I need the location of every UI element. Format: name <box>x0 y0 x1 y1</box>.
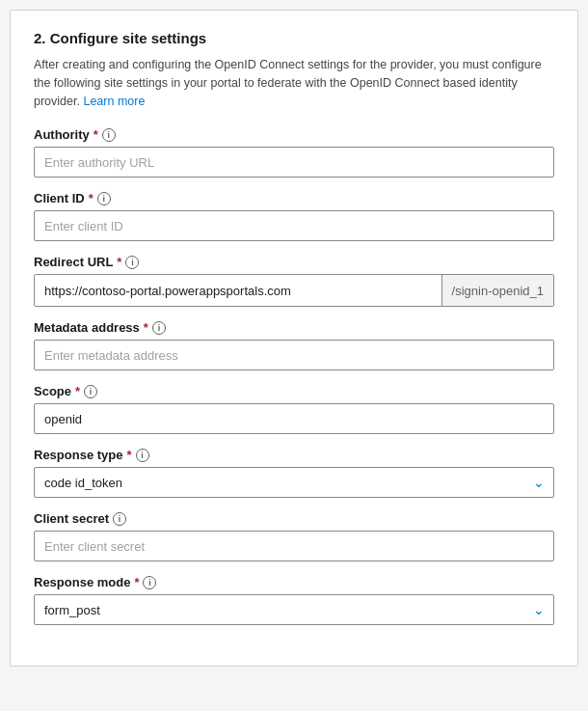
response-type-dropdown-container: code id_token code id_token token ⌄ <box>34 467 554 498</box>
client-secret-field-group: Client secret i <box>34 511 554 561</box>
authority-label: Authority * i <box>34 127 554 142</box>
redirect-url-field-group: Redirect URL * i /signin-openid_1 <box>34 255 554 307</box>
authority-required-star: * <box>94 127 98 142</box>
response-type-label: Response type * i <box>34 448 554 462</box>
redirect-url-main-input[interactable] <box>35 275 441 306</box>
response-type-select[interactable]: code id_token code id_token token <box>34 467 554 498</box>
client-secret-label: Client secret i <box>34 511 554 526</box>
response-mode-required-star: * <box>134 575 139 589</box>
scope-label: Scope * i <box>34 384 554 398</box>
client-id-input[interactable] <box>34 210 554 241</box>
section-title: 2. Configure site settings <box>34 30 554 46</box>
authority-field-group: Authority * i <box>34 127 554 178</box>
response-type-field-group: Response type * i code id_token code id_… <box>34 448 554 498</box>
client-id-info-icon[interactable]: i <box>97 192 111 205</box>
metadata-address-field-group: Metadata address * i <box>34 320 554 370</box>
learn-more-link[interactable]: Learn more <box>83 95 145 108</box>
client-id-required-star: * <box>89 191 94 205</box>
scope-input[interactable] <box>34 403 554 434</box>
metadata-address-info-icon[interactable]: i <box>152 321 166 335</box>
authority-info-icon[interactable]: i <box>102 128 116 142</box>
response-mode-select[interactable]: form_post query fragment <box>34 594 554 625</box>
metadata-address-input[interactable] <box>34 340 554 370</box>
response-type-info-icon[interactable]: i <box>136 449 149 462</box>
authority-input[interactable] <box>34 147 554 178</box>
client-id-field-group: Client ID * i <box>34 191 554 241</box>
response-mode-info-icon[interactable]: i <box>143 576 156 589</box>
client-id-label: Client ID * i <box>34 191 554 205</box>
response-type-required-star: * <box>126 448 131 462</box>
metadata-address-required-star: * <box>144 320 148 335</box>
redirect-url-label: Redirect URL * i <box>34 255 554 269</box>
redirect-url-info-icon[interactable]: i <box>125 256 139 269</box>
redirect-url-required-star: * <box>117 255 121 269</box>
redirect-url-container: /signin-openid_1 <box>34 274 554 307</box>
scope-required-star: * <box>75 384 80 398</box>
response-mode-field-group: Response mode * i form_post query fragme… <box>34 575 554 625</box>
response-mode-label: Response mode * i <box>34 575 554 589</box>
section-description: After creating and configuring the OpenI… <box>34 56 554 110</box>
client-secret-info-icon[interactable]: i <box>113 512 126 526</box>
configure-site-settings-panel: 2. Configure site settings After creatin… <box>10 10 578 667</box>
response-mode-dropdown-container: form_post query fragment ⌄ <box>34 594 554 625</box>
redirect-url-suffix: /signin-openid_1 <box>441 275 553 306</box>
metadata-address-label: Metadata address * i <box>34 320 554 335</box>
scope-info-icon[interactable]: i <box>84 385 97 398</box>
scope-field-group: Scope * i <box>34 384 554 434</box>
client-secret-input[interactable] <box>34 531 554 561</box>
